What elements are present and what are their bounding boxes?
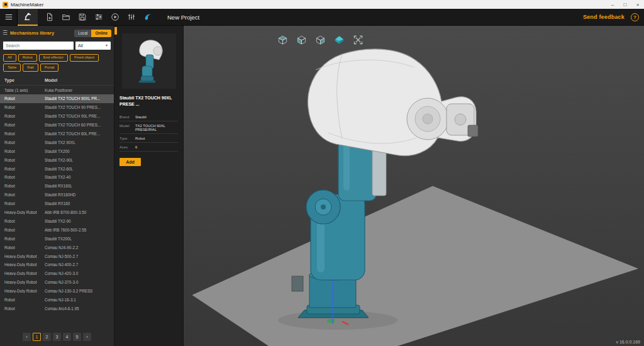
table-row[interactable]: RobotStaubli TX2-40 [0,173,114,182]
row-model: Staubli TX2 TOUCH 60 PRES... [45,123,109,127]
table-row[interactable]: RobotStaubli RX160 [0,199,114,208]
table-row[interactable]: RobotAbb IRB 7600-500-2.55 [0,225,114,234]
table-row[interactable]: RobotComau NJ-16-3.1 [0,296,114,304]
online-toggle-button[interactable]: Online [91,30,111,37]
panel-collapse-handle[interactable] [114,27,117,35]
field-value: TX2 TOUCH 90XL PRESE/RIAL [135,124,178,131]
menu-icon[interactable] [0,9,18,26]
row-model: Comau NJ4-90-2.2 [45,245,109,250]
table-row[interactable]: RobotStaubli TX2 TOUCH 90XL PR... [0,94,114,103]
field-value: Staubli [135,115,178,119]
play-icon[interactable] [107,9,123,25]
list-column-headers: Type Model [0,74,114,86]
3d-scene-canvas [184,26,644,346]
row-model: Staubli TX2-90 [45,219,109,223]
search-input[interactable] [3,42,74,50]
table-row[interactable]: RobotStaubli TX2 TOUCH 90L PRE... [0,112,114,121]
main-area: ☰ Mechanisms library Local Online All ▼ … [0,26,644,346]
table-row[interactable]: RobotStaubli TX2 TOUCH 60L PRE... [0,130,114,138]
table-row[interactable]: RobotStaubli TX2-90L [0,155,114,164]
row-model: Comau NJ-420-3.0 [45,271,109,276]
close-button[interactable]: × [631,0,644,9]
library-menu-icon[interactable]: ☰ [3,30,8,36]
table-row[interactable]: Heavy-Duty RobotComau NJ-420-3.0 [0,269,114,278]
page-button-2[interactable]: 2 [43,333,51,341]
filter-chip-end-effector[interactable]: End effector [39,54,68,62]
table-row[interactable]: Heavy-Duty RobotComau NJ-400-2.7 [0,260,114,269]
table-row[interactable]: Heavy-Duty RobotAbb IRB 8700-800-3.50 [0,208,114,217]
page-button-1[interactable]: 1 [33,333,41,341]
table-row[interactable]: RobotStaubli TX2 90XL [0,138,114,147]
filter-chip-fixed-object[interactable]: Fixed object [70,54,99,62]
table-row[interactable]: Heavy-Duty RobotComau NJ-500-2.7 [0,252,114,260]
table-row[interactable]: RobotComau Arc4-6-1.95 [0,304,114,313]
table-row[interactable]: Heavy-Duty RobotComau NJ-130-3.2 PRESS [0,287,114,296]
view-cube-front-icon[interactable] [296,34,307,45]
field-value: Robot [135,137,178,140]
viewport-toolbar [277,34,364,45]
help-button[interactable]: ? [631,13,639,21]
filter-chip-rail[interactable]: Rail [23,64,38,72]
row-type: Robot [4,219,45,223]
table-row[interactable]: RobotStaubli RX160HD [0,191,114,199]
row-type: Heavy-Duty Robot [4,271,45,276]
row-type: Robot [4,298,45,302]
window-controls: – □ × [606,0,644,9]
save-icon[interactable] [74,9,91,25]
filter-chip-table[interactable]: Table [3,64,21,72]
row-type: Robot [4,201,45,206]
new-project-icon[interactable] [42,9,58,25]
row-type: Robot [4,123,45,127]
table-row[interactable]: RobotStaubli TX2-90 [0,217,114,226]
filter-chip-robot[interactable]: Robot [18,54,37,62]
viewport-3d[interactable]: v 16.0.0.169 [184,26,644,346]
filter-chip-all[interactable]: All [3,54,16,62]
page-button-5[interactable]: 5 [73,333,81,341]
table-row[interactable]: RobotStaubli TX200 [0,147,114,155]
table-row[interactable]: Heavy-Duty RobotComau NJ-370-3-0 [0,278,114,287]
table-row[interactable]: RobotStaubli TX2-60L [0,164,114,173]
detail-field-axes: Axes6 [119,143,178,152]
table-row[interactable]: RobotStaubli RX160L [0,182,114,191]
table-row[interactable]: RobotStaubli TX2 TOUCH 90 PRES... [0,103,114,112]
add-button[interactable]: Add [119,158,141,166]
page-prev-button[interactable]: ‹ [23,333,31,341]
library-header: ☰ Mechanisms library Local Online [0,26,114,40]
row-type: Robot [4,114,45,118]
page-button-4[interactable]: 4 [63,333,71,341]
fit-view-icon[interactable] [352,34,364,45]
row-type: Heavy-Duty Robot [4,210,45,215]
row-type: Robot [4,140,45,145]
robot-arm-icon[interactable] [18,9,38,26]
local-toggle-button[interactable]: Local [74,30,91,37]
isometric-view-icon[interactable] [333,34,345,45]
page-next-button[interactable]: › [83,333,91,341]
table-row[interactable]: Table (1 axis)Kuka Positioner [0,86,114,94]
page-button-3[interactable]: 3 [53,333,61,341]
main-toolbar: New Project Send feedback ? [0,9,644,26]
mechanism-title: Staubli TX2 TOUCH 90XL PRESE ... [119,95,178,108]
settings-sliders-icon[interactable] [91,9,107,25]
row-model: Staubli TX200L [45,237,109,241]
view-cube-side-icon[interactable] [314,34,326,45]
row-type: Robot [4,228,45,232]
row-type: Robot [4,105,45,109]
source-toggle: Local Online [74,30,111,37]
maximize-button[interactable]: □ [619,0,631,9]
table-row[interactable]: RobotComau NJ4-90-2.2 [0,243,114,252]
category-dropdown[interactable]: All ▼ [75,42,111,50]
filter-chip-portal[interactable]: Portal [40,64,59,72]
minimize-button[interactable]: – [606,0,619,9]
table-row[interactable]: RobotStaubli TX200L [0,234,114,243]
table-row[interactable]: RobotStaubli TX2 TOUCH 60 PRES... [0,121,114,130]
measure-icon[interactable] [123,9,140,25]
row-type: Robot [4,193,45,197]
row-type: Robot [4,149,45,153]
send-feedback-link[interactable]: Send feedback [583,14,625,20]
view-cube-top-icon[interactable] [277,34,288,45]
row-model: Comau NJ-400-2.7 [45,262,109,267]
mechanisms-list: Table (1 axis)Kuka PositionerRobotStaubl… [0,86,114,329]
toolbar-icons [42,9,140,25]
open-project-icon[interactable] [58,9,74,25]
mechanisms-library-panel: ☰ Mechanisms library Local Online All ▼ … [0,26,114,346]
